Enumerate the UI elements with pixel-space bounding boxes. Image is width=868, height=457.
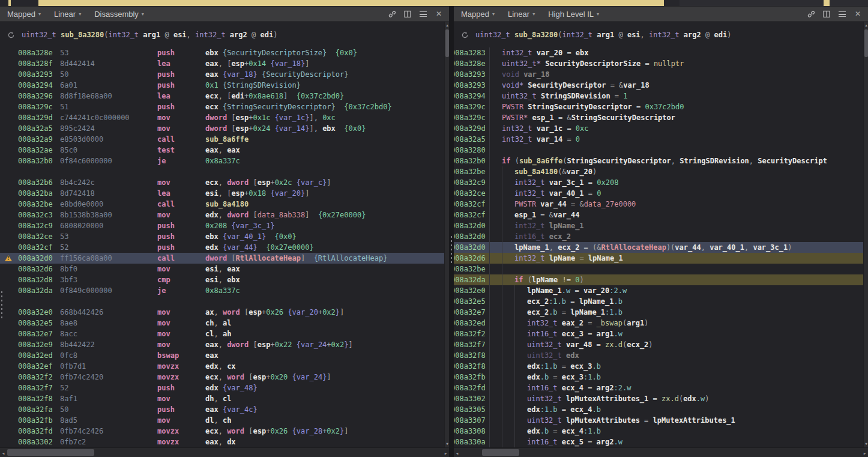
vertical-scrollbar-right[interactable]: ▲ ▼ — [863, 22, 868, 447]
scroll-right-icon[interactable]: ▶ — [442, 448, 449, 457]
hlil-line-body[interactable]: PWSTR StringSecurityDescriptor = 0x37c2b… — [489, 101, 868, 112]
mnemonic[interactable]: mov — [157, 177, 205, 188]
address[interactable]: 008a32b6 — [18, 177, 60, 188]
address[interactable]: 008a3296 — [18, 91, 60, 101]
horizontal-scrollbar-left[interactable]: ◀ ▶ — [0, 448, 449, 457]
disasm-line[interactable]: 008a32968d8f18e68a00leaecx, [edi+0x8ae61… — [0, 91, 449, 101]
address[interactable]: 008a32fb — [454, 372, 486, 383]
hlil-line-body[interactable] — [489, 264, 868, 274]
disasm-line[interactable]: 008a32fb8ad5movdl, ch — [0, 415, 449, 426]
hlil-line-body[interactable]: int32_t var_40_1 = 0 — [489, 188, 868, 199]
disasm-line[interactable]: 008a32f20fb74c2420movzxecx, word [esp+0x… — [0, 372, 449, 383]
operands[interactable]: ecx, dword [esp+0x2c {var_c}] — [205, 177, 449, 188]
address[interactable]: 008a32f7 — [18, 383, 60, 393]
hlil-line-body[interactable]: int16_t ecx_2 — [489, 231, 868, 242]
mnemonic[interactable]: push — [157, 47, 205, 58]
disasm-line[interactable]: 008a32fd0fb74c2426movzxecx, word [esp+0x… — [0, 426, 449, 437]
address[interactable]: 008a32be — [18, 199, 60, 210]
address[interactable]: 008a32fa — [18, 404, 60, 415]
mnemonic[interactable]: mov — [157, 123, 205, 134]
disasm-line[interactable]: 008a32b68b4c242cmovecx, dword [esp+0x2c … — [0, 177, 449, 188]
hlil-line[interactable]: 008a329dint32_t var_1c = 0xc — [454, 123, 868, 134]
disasm-line[interactable]: 008a32ed0fc8bswapeax — [0, 350, 449, 361]
vertical-scrollbar-left[interactable]: ▲ ▼ — [444, 22, 449, 447]
address[interactable]: 008a32ef — [18, 361, 60, 372]
address[interactable]: 008a32fb — [18, 415, 60, 426]
mnemonic[interactable]: mov — [157, 112, 205, 123]
operands[interactable]: 0x8a337c — [205, 285, 449, 296]
address[interactable]: 008a3305 — [454, 404, 486, 415]
address[interactable]: 008a3293 — [454, 80, 486, 91]
address[interactable]: 008a3283 — [454, 47, 486, 58]
mnemonic[interactable]: call — [157, 134, 205, 145]
address[interactable]: 008a32ce — [454, 188, 486, 199]
tab-linear-left[interactable]: Linear ▾ — [54, 10, 81, 19]
address[interactable]: 008a32d6 — [18, 264, 60, 274]
operands[interactable]: eax, eax — [205, 145, 449, 156]
hlil-line-body[interactable]: int32_t var_14 = 0 — [489, 134, 868, 145]
operands[interactable]: eax — [205, 350, 449, 361]
operands[interactable]: 0x8a337c — [205, 156, 449, 166]
hlil-line[interactable]: 008a3294uint32_t StringSDRevision = 1 — [454, 91, 868, 101]
mnemonic[interactable]: mov — [157, 264, 205, 274]
hlil-line-body[interactable]: lpName_1, ecx_2 = (&RtlAllocateHeap)(var… — [489, 242, 868, 253]
mnemonic[interactable]: call — [157, 199, 205, 210]
operands[interactable]: dh, cl — [205, 393, 449, 404]
disasm-line[interactable]: 008a32ae85c0testeax, eax — [0, 145, 449, 156]
address[interactable]: 008a32cf — [454, 199, 486, 210]
disasm-line[interactable]: 008a32ef0fb7d1movzxedx, cx — [0, 361, 449, 372]
operands[interactable]: edx {var_44} {0x27e0000} — [205, 242, 449, 253]
pane-menu-icon[interactable] — [418, 9, 429, 19]
disasm-line[interactable]: 008a32f752pushedx {var_48} — [0, 383, 449, 393]
hlil-line[interactable]: 008a32f8edx:1.b = ecx_3.b — [454, 361, 868, 372]
hlil-line[interactable]: 008a3283int32_t var_20 = ebx — [454, 47, 868, 58]
address[interactable]: 008a32e5 — [454, 296, 486, 307]
address[interactable]: 008a32ed — [18, 350, 60, 361]
hlil-line[interactable]: 008a330aint16_t ecx_5 = arg2.w — [454, 437, 868, 447]
disasm-line[interactable]: 008a32da0f849c000000je0x8a337c — [0, 285, 449, 296]
address[interactable]: 008a32cf — [454, 210, 486, 220]
operands[interactable]: eax, dword [esp+0x22 {var_24+0x2}] — [205, 339, 449, 350]
hlil-line[interactable]: 008a32d0int16_t ecx_2 — [454, 231, 868, 242]
disasm-line[interactable]: 008a328e53pushebx {SecurityDescriptorSiz… — [0, 47, 449, 58]
address[interactable]: 008a32e0 — [454, 285, 486, 296]
hlil-line[interactable]: 008a3307uint32_t lpMutexAttributes = lpM… — [454, 415, 868, 426]
mnemonic[interactable]: push — [157, 383, 205, 393]
scrollbar-thumb[interactable] — [864, 29, 868, 57]
hlil-line[interactable]: 008a32ceint32_t var_40_1 = 0 — [454, 188, 868, 199]
address[interactable]: 008a32a9 — [18, 134, 60, 145]
hlil-line[interactable]: 008a32fbedx.b = ecx_3:1.b — [454, 372, 868, 383]
operands[interactable]: ebx {SecurityDescriptorSize} {0x0} — [205, 47, 449, 58]
hlil-line-body[interactable]: int32_t eax_2 = _bswap(arg1) — [489, 318, 868, 328]
hlil-line[interactable]: 008a329cPWSTR* esp_1 = &StringSecurityDe… — [454, 112, 868, 123]
hlil-body[interactable]: uint32_t sub_8a3280(int32_t arg1 @ esi, … — [454, 22, 868, 447]
address[interactable]: 008a32ba — [18, 188, 60, 199]
address[interactable]: 008a32be — [454, 264, 486, 274]
operands[interactable]: sub_8a4180 — [205, 199, 449, 210]
hlil-line-body[interactable]: void* SecurityDescriptor = &var_18 — [489, 80, 868, 91]
hlil-line-body[interactable]: PWSTR var_44 = &data_27e0000 — [489, 199, 868, 210]
hlil-line-body[interactable]: uint32_t edx — [489, 350, 868, 361]
mnemonic[interactable]: lea — [157, 91, 205, 101]
address[interactable]: 008a32a5 — [18, 123, 60, 134]
hlil-line[interactable]: 008a32d0int32_t lpName_1 — [454, 220, 868, 231]
operands[interactable]: edx, cx — [205, 361, 449, 372]
address[interactable]: 008a32c9 — [18, 220, 60, 231]
scroll-up-icon[interactable]: ▲ — [864, 22, 868, 29]
scroll-down-icon[interactable]: ▼ — [445, 440, 449, 447]
mnemonic[interactable]: push — [157, 101, 205, 112]
disasm-line[interactable]: 008a32946a01push0x1 {StringSDRevision} — [0, 80, 449, 91]
hlil-line-body[interactable]: edx:1.b = ecx_3.b — [489, 361, 868, 372]
hlil-line[interactable]: 008a3302uint32_t lpMutexAttributes_1 = z… — [454, 393, 868, 404]
disasm-line[interactable]: 008a328f8d442414leaeax, [esp+0x14 {var_1… — [0, 58, 449, 69]
hlil-line[interactable]: 008a329cPWSTR StringSecurityDescriptor =… — [454, 101, 868, 112]
disasm-line[interactable]: 008a32a9e8503d0000callsub_8a6ffe — [0, 134, 449, 145]
split-view-icon[interactable] — [402, 9, 413, 19]
address[interactable]: 008a32d0 — [18, 253, 60, 264]
hlil-line-body[interactable]: void var_18 — [489, 69, 868, 80]
hlil-line[interactable]: 008a32a5int32_t var_14 = 0 — [454, 134, 868, 145]
disasm-line[interactable]: 008a33020fb7c2movzxeax, dx — [0, 437, 449, 447]
hlil-line[interactable]: 008a32e5ecx_2:1.b = lpName_1.b — [454, 296, 868, 307]
operands[interactable]: eax, dx — [205, 437, 449, 447]
mnemonic[interactable]: push — [157, 80, 205, 91]
